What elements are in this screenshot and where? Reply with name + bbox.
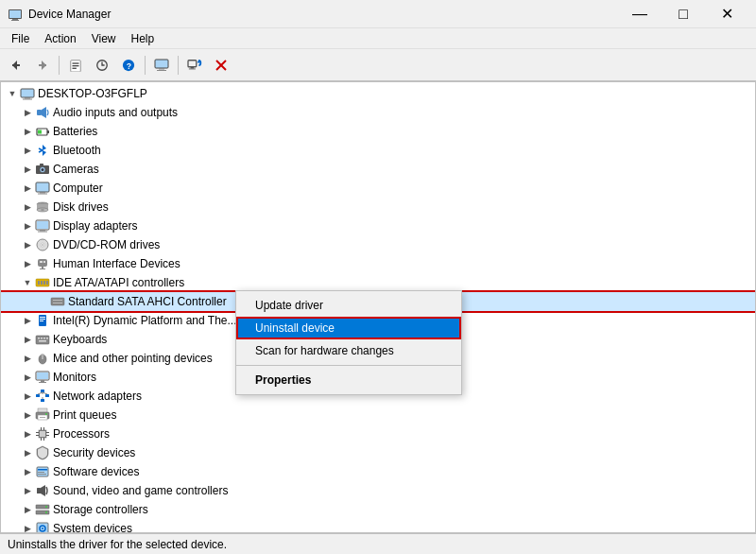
monitors-label: Monitors <box>53 371 96 384</box>
tree-item-ide[interactable]: ▼ IDE ATA/ATAPI controllers <box>1 273 755 292</box>
tree-item-dvd[interactable]: ▶ DVD/CD-ROM drives <box>1 235 755 254</box>
tree-item-print[interactable]: ▶ Print queues <box>1 406 755 424</box>
svg-point-115 <box>42 528 43 529</box>
status-text: Uninstalls the driver for the selected d… <box>8 538 227 551</box>
hid-expand: ▶ <box>20 256 35 271</box>
batteries-expand: ▶ <box>20 124 35 139</box>
software-expand: ▶ <box>20 464 35 479</box>
svg-rect-16 <box>159 68 164 70</box>
svg-rect-51 <box>40 261 43 263</box>
ide-icon <box>35 275 50 290</box>
root-icon <box>20 86 35 101</box>
svg-rect-99 <box>36 432 39 433</box>
svg-rect-7 <box>39 64 46 66</box>
batteries-label: Batteries <box>53 125 97 138</box>
back-button[interactable] <box>4 53 28 78</box>
svg-rect-94 <box>40 431 45 437</box>
svg-rect-91 <box>40 417 45 418</box>
ctx-properties[interactable]: Properties <box>236 369 461 391</box>
svg-text:?: ? <box>127 61 131 70</box>
tree-item-bluetooth[interactable]: ▶ Bluetooth <box>1 141 755 160</box>
svg-rect-57 <box>41 281 43 285</box>
tree-item-processors[interactable]: ▶ Processors <box>1 424 755 443</box>
maximize-button[interactable]: □ <box>662 0 705 28</box>
svg-point-75 <box>41 355 44 356</box>
update-driver-button[interactable] <box>90 53 114 78</box>
app-icon <box>8 7 23 22</box>
svg-point-42 <box>41 209 44 210</box>
svg-rect-81 <box>36 394 40 397</box>
computer-icon <box>35 181 50 196</box>
svg-rect-106 <box>38 474 46 475</box>
print-label: Print queues <box>53 408 116 422</box>
tree-item-batteries[interactable]: ▶ Batteries <box>1 122 755 141</box>
tree-item-computer[interactable]: ▶ Computer <box>1 179 755 198</box>
svg-rect-25 <box>25 97 30 99</box>
svg-rect-38 <box>38 194 47 195</box>
close-button[interactable]: ✕ <box>705 0 748 28</box>
remove-button[interactable] <box>209 53 233 78</box>
computer-label: Computer <box>53 182 103 195</box>
tree-item-hid[interactable]: ▶ Human Interface Devices <box>1 254 755 273</box>
svg-rect-19 <box>191 66 195 68</box>
svg-rect-68 <box>38 338 40 339</box>
ctx-uninstall-device[interactable]: Uninstall device <box>236 317 461 339</box>
bluetooth-icon <box>35 143 50 158</box>
svg-rect-24 <box>21 89 34 97</box>
tree-root[interactable]: ▼ DESKTOP-O3FGFLP <box>1 84 755 103</box>
forward-button[interactable] <box>30 53 55 78</box>
tree-item-software[interactable]: ▶ Software devices <box>1 462 755 481</box>
svg-rect-52 <box>43 261 45 263</box>
tree-item-display[interactable]: ▶ Display adapters <box>1 216 755 235</box>
svg-rect-65 <box>40 319 45 320</box>
help-button[interactable]: ? <box>116 53 141 78</box>
svg-point-111 <box>45 506 47 508</box>
title-bar: Device Manager — □ ✕ <box>0 0 756 28</box>
hid-label: Human Interface Devices <box>53 257 180 270</box>
svg-marker-28 <box>42 107 46 118</box>
ctx-scan-hardware[interactable]: Scan for hardware changes <box>236 339 461 362</box>
svg-rect-36 <box>36 182 49 192</box>
svg-marker-108 <box>41 485 45 496</box>
properties-button[interactable] <box>63 53 88 78</box>
tree-item-security[interactable]: ▶ Security devices <box>1 443 755 462</box>
computer-button[interactable] <box>149 53 174 78</box>
tree-item-audio[interactable]: ▶ Audio inputs and outputs <box>1 103 755 122</box>
dvd-icon <box>35 237 50 252</box>
ide-label: IDE ATA/ATAPI controllers <box>53 276 184 289</box>
svg-rect-77 <box>37 372 48 379</box>
svg-rect-27 <box>37 110 42 115</box>
svg-rect-5 <box>12 64 20 66</box>
mice-icon <box>35 351 50 366</box>
scan-button[interactable] <box>182 53 207 78</box>
svg-rect-71 <box>46 338 48 339</box>
software-icon <box>35 464 50 479</box>
print-expand: ▶ <box>20 407 35 423</box>
network-expand: ▶ <box>20 389 35 404</box>
menu-action[interactable]: Action <box>37 30 83 47</box>
tree-item-storage[interactable]: ▶ Storage controllers <box>1 500 755 519</box>
security-expand: ▶ <box>20 445 35 460</box>
audio-icon <box>35 105 50 120</box>
software-label: Software devices <box>53 465 139 478</box>
ctx-update-driver[interactable]: Update driver <box>236 294 461 317</box>
svg-rect-17 <box>157 70 166 71</box>
minimize-button[interactable]: — <box>618 0 662 28</box>
tree-item-cameras[interactable]: ▶ Cameras <box>1 160 755 179</box>
security-label: Security devices <box>53 446 135 459</box>
svg-rect-62 <box>53 303 62 303</box>
menu-help[interactable]: Help <box>124 30 163 47</box>
system-expand: ▶ <box>20 521 35 532</box>
tree-item-system[interactable]: ▶ System devices <box>1 519 755 532</box>
tree-item-disk[interactable]: ▶ Disk drives <box>1 198 755 216</box>
svg-line-86 <box>43 392 47 394</box>
menu-view[interactable]: View <box>84 30 124 47</box>
svg-rect-64 <box>40 317 45 318</box>
svg-rect-105 <box>38 472 44 473</box>
tree-item-sound[interactable]: ▶ Sound, video and game controllers <box>1 481 755 500</box>
dvd-expand: ▶ <box>20 237 35 252</box>
menu-file[interactable]: File <box>4 30 37 47</box>
svg-rect-104 <box>38 469 47 471</box>
svg-rect-53 <box>42 267 43 268</box>
storage-icon <box>35 502 50 517</box>
